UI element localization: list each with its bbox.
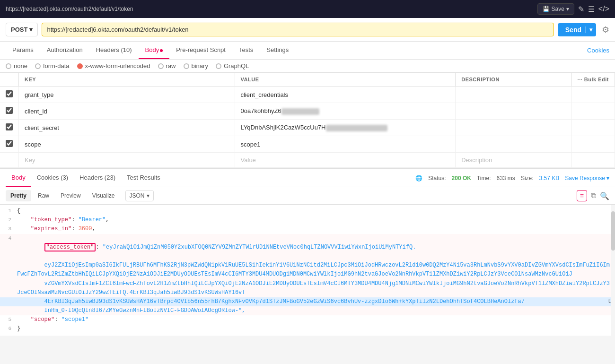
line-num-1: 1: [0, 207, 17, 216]
tab-authorization[interactable]: Authorization: [40, 42, 89, 59]
radio-raw: [158, 63, 164, 69]
copy-icon[interactable]: ⧉: [591, 191, 596, 200]
save-button[interactable]: 💾 Save ▾: [537, 3, 574, 15]
row2-description[interactable]: [456, 103, 571, 120]
response-status-bar: 🌐 Status: 200 OK Time: 633 ms Size: 3.57…: [415, 175, 609, 182]
response-tabs-bar: Body Cookies (3) Headers (23) Test Resul…: [0, 169, 615, 187]
search-icon[interactable]: 🔍: [600, 191, 609, 200]
time-value: 633 ms: [497, 175, 515, 182]
form-table: KEY VALUE DESCRIPTION ··· Bulk Edit gran…: [0, 73, 615, 168]
tab-body[interactable]: Body: [139, 42, 170, 59]
format-tab-raw[interactable]: Raw: [33, 190, 54, 201]
more-options-icon[interactable]: ···: [578, 77, 583, 82]
status-value: 200 OK: [452, 175, 471, 182]
json-line-4d: 4ErKBl3qJah5iwBJ93dS1vKSUWsHAY16vTBrpc4O…: [0, 297, 615, 306]
resp-tab-cookies[interactable]: Cookies (3): [31, 169, 74, 187]
subtab-graphql[interactable]: GraphQL: [216, 62, 249, 69]
json-line-3: 3 "expires_in": 3600,: [0, 225, 615, 234]
tab-tests[interactable]: Tests: [232, 42, 260, 59]
nav-tabs: Params Authorization Headers (10) Body P…: [0, 42, 615, 60]
row1-key[interactable]: grant_type: [19, 87, 235, 103]
request-bar: POST ▾ Send ▾ ⚙: [0, 18, 615, 42]
placeholder-row: Key Value Description: [0, 153, 615, 168]
resp-tab-body[interactable]: Body: [6, 169, 31, 187]
format-bar: Pretty Raw Preview Visualize JSON ▾ ≡ ⧉ …: [0, 187, 615, 205]
code-icon[interactable]: </>: [598, 5, 609, 13]
placeholder-value[interactable]: Value: [235, 153, 456, 168]
row4-checkbox[interactable]: [6, 140, 13, 147]
body-subtabs: none form-data x-www-form-urlencoded raw…: [0, 60, 615, 73]
size-value: 3.57 KB: [539, 175, 560, 182]
row4-value[interactable]: scope1: [235, 136, 456, 153]
subtab-binary[interactable]: binary: [184, 62, 208, 69]
format-dropdown[interactable]: JSON ▾: [125, 190, 154, 201]
placeholder-description[interactable]: Description: [456, 153, 571, 168]
body-dot-indicator: [160, 49, 163, 52]
globe-icon: 🌐: [415, 175, 422, 182]
line-num-5: 5: [0, 315, 17, 324]
format-tab-visualize[interactable]: Visualize: [88, 190, 120, 201]
radio-urlencoded: [77, 63, 83, 69]
format-tab-pretty[interactable]: Pretty: [6, 190, 31, 201]
row2-key[interactable]: client_id: [19, 103, 235, 120]
filter-icon[interactable]: ≡: [577, 190, 587, 201]
token-type-value: "Bearer": [79, 217, 106, 223]
json-output: 1 { 2 "token_type": "Bearer", 3 "expires…: [0, 205, 615, 336]
row1-value[interactable]: client_credentials: [235, 87, 456, 103]
row1-checkbox[interactable]: [6, 90, 13, 97]
tab-params[interactable]: Params: [6, 42, 40, 59]
row4-description[interactable]: [456, 136, 571, 153]
save-response-button[interactable]: Save Response ▾: [565, 175, 609, 182]
line-num-4c: [0, 279, 17, 280]
row3-key[interactable]: client_secret: [19, 120, 235, 136]
placeholder-key[interactable]: Key: [19, 153, 235, 168]
dropdown-chevron-icon: ▾: [147, 192, 149, 199]
url-input[interactable]: [42, 23, 554, 36]
expires-in-value: 3600: [79, 225, 92, 232]
scrollbar-thumb[interactable]: [611, 211, 615, 251]
tab-pre-request[interactable]: Pre-request Script: [169, 42, 232, 59]
send-button[interactable]: Send ▾: [558, 23, 596, 36]
row3-checkbox[interactable]: [6, 123, 13, 130]
format-tab-preview[interactable]: Preview: [56, 190, 86, 201]
settings-icon[interactable]: ⚙: [602, 25, 609, 35]
json-line-1: 1 {: [0, 207, 615, 216]
row3-description[interactable]: [456, 120, 571, 136]
subtab-urlencoded[interactable]: x-www-form-urlencoded: [77, 62, 150, 69]
row2-value[interactable]: 0oa7kohbhyZ6: [235, 103, 456, 120]
top-bar: https://[redacted].okta.com/oauth2/defau…: [0, 0, 615, 18]
col-bulk-edit: ··· Bulk Edit: [571, 73, 615, 87]
tab-settings[interactable]: Settings: [260, 42, 295, 59]
json-line-4b: eyJ2ZXIiOjEsImp0aSI6IkFULjRBUFh6MFhKS2Rj…: [0, 261, 615, 279]
row2-checkbox[interactable]: [6, 107, 13, 114]
subtab-raw[interactable]: raw: [158, 62, 176, 69]
subtab-none[interactable]: none: [6, 62, 27, 69]
line-num-4: 4: [0, 234, 17, 243]
subtab-form-data[interactable]: form-data: [35, 62, 70, 69]
access-token-value-line4: 4ErKBl3qJah5iwBJ93dS1vKSUWsHAY16vTBrpc4O…: [17, 297, 615, 306]
cookies-link[interactable]: Cookies: [587, 47, 609, 54]
json-line-4c: vZGVmYXVsdCIsImF1ZCI6ImFwcFZhTovL2R1ZmZt…: [0, 279, 615, 297]
client-secret-redacted: [326, 125, 387, 131]
row4-key[interactable]: scope: [19, 136, 235, 153]
radio-none: [6, 63, 11, 69]
resp-tab-test-results[interactable]: Test Results: [121, 169, 166, 187]
send-chevron[interactable]: ▾: [585, 26, 596, 33]
row3-value[interactable]: LYqDnbAShjlK2CazW5ccUu7H: [235, 120, 456, 136]
method-label: POST: [11, 26, 27, 33]
comment-icon[interactable]: ☰: [588, 5, 595, 14]
top-bar-actions: 💾 Save ▾ ✎ ☰ </>: [537, 3, 610, 15]
row1-description[interactable]: [456, 87, 571, 103]
time-label: Time:: [477, 175, 491, 182]
resp-tab-headers[interactable]: Headers (23): [74, 169, 121, 187]
token-type-key: "token_type": [31, 217, 71, 223]
edit-icon[interactable]: ✎: [578, 5, 584, 14]
json-line-4: 4 "access_token": "eyJraWQiOiJmQ1ZnM050Y…: [0, 234, 615, 261]
scrollbar-track[interactable]: [611, 205, 615, 336]
radio-binary: [184, 63, 189, 69]
method-select[interactable]: POST ▾: [6, 23, 38, 36]
tab-headers[interactable]: Headers (10): [89, 42, 139, 59]
radio-form-data: [35, 63, 41, 69]
expires-in-key: "expires_in": [31, 225, 71, 232]
col-key: KEY: [19, 73, 235, 87]
